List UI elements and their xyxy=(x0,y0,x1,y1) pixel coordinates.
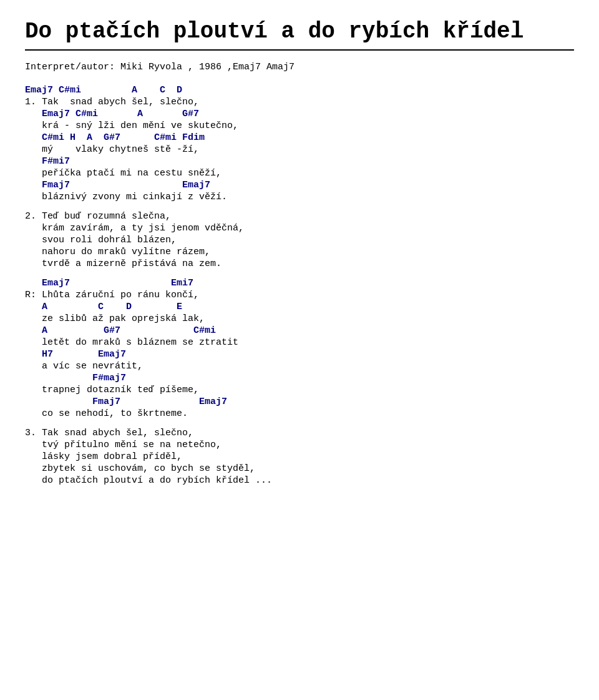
chord-line: F#mi7 xyxy=(25,156,574,167)
chord-line: Emaj7 Emi7 xyxy=(25,278,574,288)
chord-line: C#mi H A G#7 C#mi Fdim xyxy=(25,132,574,143)
verse-1: 1. Tak snad abych šel, slečno, Emaj7 C#m… xyxy=(25,97,574,202)
chord-line: F#maj7 xyxy=(25,373,574,383)
page-title: Do ptačích ploutví a do rybích křídel xyxy=(25,19,574,51)
refrain: Emaj7 Emi7 R: Lhůta záruční po ránu konč… xyxy=(25,278,574,419)
lyric-line: tvrdě a mizerně přistává na zem. xyxy=(25,259,574,269)
lyric-line: krá - sný lži den mění ve skutečno, xyxy=(25,121,574,131)
lyric-line: bláznivý zvony mi cinkají z věží. xyxy=(25,192,574,202)
chord-line: Fmaj7 Emaj7 xyxy=(25,180,574,190)
lyric-line: 1. Tak snad abych šel, slečno, xyxy=(25,97,574,107)
chord-line: H7 Emaj7 xyxy=(25,349,574,360)
chord-line: A G#7 C#mi xyxy=(25,325,574,336)
lyric-line: mý vlaky chytneš stě -ží, xyxy=(25,144,574,155)
lyric-line: a víc se nevrátit, xyxy=(25,361,574,372)
verse-2: 2. Teď buď rozumná slečna, krám zavírám,… xyxy=(25,211,574,269)
lyric-line: zbytek si uschovám, co bych se styděl, xyxy=(25,463,574,474)
chord-line: Fmaj7 Emaj7 xyxy=(25,397,574,407)
chord-line: A C D E xyxy=(25,302,574,312)
lyric-line: co se nehodí, to škrtneme. xyxy=(25,408,574,419)
chord-intro: Emaj7 C#mi A C D xyxy=(25,85,574,96)
lyric-line: 3. Tak snad abych šel, slečno, xyxy=(25,428,574,438)
lyric-line: do ptačích ploutví a do rybích křídel ..… xyxy=(25,475,574,486)
verse-3: 3. Tak snad abych šel, slečno, tvý přítu… xyxy=(25,428,574,486)
subtitle: Interpret/autor: Miki Ryvola , 1986 ,Ema… xyxy=(25,62,574,72)
lyric-line: krám zavírám, a ty jsi jenom vděčná, xyxy=(25,223,574,234)
lyric-line: trapnej dotazník teď píšeme, xyxy=(25,385,574,395)
lyric-line: tvý přítulno mění se na netečno, xyxy=(25,440,574,450)
lyric-line: letět do mraků s bláznem se ztratit xyxy=(25,337,574,348)
lyric-line: ze slibů až pak oprejská lak, xyxy=(25,313,574,324)
chord-line: Emaj7 C#mi A G#7 xyxy=(25,109,574,119)
lyric-line: nahoru do mraků vylítne rázem, xyxy=(25,247,574,257)
lyric-line: 2. Teď buď rozumná slečna, xyxy=(25,211,574,222)
lyric-line: lásky jsem dobral příděl, xyxy=(25,451,574,462)
lyric-line: svou roli dohrál blázen, xyxy=(25,235,574,245)
lyric-line: R: Lhůta záruční po ránu končí, xyxy=(25,290,574,300)
lyric-line: peříčka ptačí mi na cestu sněží, xyxy=(25,168,574,179)
